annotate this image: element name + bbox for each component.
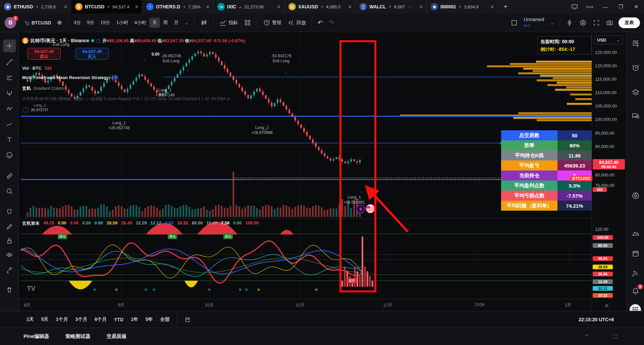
tool-eye[interactable]	[3, 249, 16, 261]
panel-collapse-icon[interactable]: ⌃	[584, 333, 589, 340]
sidebar-hotlist[interactable]	[630, 190, 642, 202]
undo-button[interactable]: ↶	[315, 17, 326, 28]
indicators-button[interactable]: 指标	[216, 17, 241, 28]
order-qty[interactable]: 0.00	[152, 52, 159, 57]
symbol-tab-000001[interactable]: ◉000001▼3,834.8✕	[427, 0, 498, 13]
symbol-legend[interactable]: ₿ 比特币/美元 · 1天 · Binance ⬡ 开=85,106.85 高=…	[22, 38, 245, 44]
tab-close-icon[interactable]: ✕	[419, 4, 423, 9]
tool-pattern[interactable]	[3, 102, 16, 115]
window-restore-button[interactable]: ❐	[613, 0, 629, 13]
templates-button[interactable]	[241, 17, 254, 28]
symbol-tab-others.d[interactable]: ◔OTHERS.D▼7.28%✕	[142, 0, 213, 13]
symbol-tab-ethusd[interactable]: ◆ETHUSD▼2,739.8✕	[0, 0, 71, 13]
window-close-button[interactable]: ✕	[629, 0, 644, 13]
tab-close-icon[interactable]: ✕	[64, 4, 67, 9]
tool-hlines[interactable]	[3, 72, 16, 84]
sidebar-calendar[interactable]	[630, 247, 642, 259]
goto-date-button[interactable]	[181, 315, 194, 325]
fullscreen-button[interactable]	[590, 17, 603, 28]
screenshot-button[interactable]	[603, 17, 616, 28]
tool-pencil[interactable]	[3, 220, 16, 233]
symbol-tab-xauusd[interactable]: ▤XAUUSD▼4,065.0✕	[284, 0, 356, 13]
symbol-search-button[interactable]: BTCUSD	[21, 18, 54, 28]
buy-button[interactable]: 84,537.40买入	[75, 48, 109, 60]
collapse-icon[interactable]: ⌃	[23, 107, 29, 112]
tool-crosshair[interactable]	[3, 40, 16, 52]
hidden-indicator-legend[interactable]: 文哥背离+科学均线+聪明钱 · 玄默——合成版 5 close Regular …	[22, 96, 230, 102]
publish-button[interactable]: 发表	[619, 17, 640, 28]
bottom-tab-交易面板[interactable]: 交易面板	[107, 333, 127, 340]
tool-ruler[interactable]	[3, 169, 16, 182]
tool-link[interactable]	[3, 263, 16, 276]
range-5天[interactable]: 5天	[38, 315, 52, 324]
range-全部[interactable]: 全部	[157, 315, 173, 324]
sidebar-ideas[interactable]	[630, 227, 642, 239]
timeframe-dropdown-icon[interactable]: ⌄	[181, 18, 192, 27]
tool-emoji[interactable]	[3, 149, 16, 161]
settings-button[interactable]	[576, 17, 590, 28]
tool-text[interactable]	[3, 133, 16, 146]
range-YTD[interactable]: YTD	[111, 315, 126, 324]
range-5年[interactable]: 5年	[143, 315, 156, 324]
tool-trash[interactable]	[3, 283, 16, 296]
sidebar-streams[interactable]	[630, 267, 642, 279]
price-scale[interactable]: USD⌄ 125,000.00120,000.00115,000.00110,0…	[592, 32, 627, 345]
symbol-tab-ixic[interactable]: ↝IXIC▲22,273.08✕	[213, 0, 284, 13]
tab-close-icon[interactable]: ✕	[206, 4, 210, 9]
layout-name-button[interactable]: Unnamed保存	[521, 15, 547, 30]
screens-icon[interactable]	[567, 0, 582, 13]
tab-close-icon[interactable]: ✕	[277, 4, 281, 9]
chart-type-button[interactable]	[197, 17, 211, 28]
range-6个月[interactable]: 6个月	[92, 315, 110, 324]
more-options-icon[interactable]: ooo	[582, 0, 598, 13]
tab-close-icon[interactable]: ✕	[490, 4, 494, 9]
tool-brush[interactable]	[3, 118, 16, 131]
sell-button[interactable]: 84,537.40卖出	[28, 48, 61, 60]
tool-trendline[interactable]	[3, 56, 16, 68]
user-avatar[interactable]: B2	[5, 17, 16, 28]
new-tab-button[interactable]: +	[498, 0, 513, 13]
timeframe-15分[interactable]: 15分	[97, 18, 113, 28]
timeframe-周[interactable]: 周	[160, 18, 171, 28]
collapse-row[interactable]: ⌃ 25.972727	[23, 107, 48, 112]
sidebar-watchlist[interactable]	[630, 38, 642, 50]
range-1天[interactable]: 1天	[23, 315, 37, 324]
gradient-colors-legend[interactable]: 玄机 Gradient Colors	[22, 85, 64, 91]
strategy-legend[interactable]: Multi Timeframe Mean Reversion Strategy …	[22, 75, 118, 80]
sidebar-chat[interactable]	[630, 110, 642, 122]
volume-legend[interactable]: Vol · BTC 181	[22, 66, 52, 71]
pane-settings-gear[interactable]: ⚙	[605, 303, 609, 308]
timeframe-5分[interactable]: 5分	[84, 18, 97, 28]
compare-button[interactable]: ⊕	[54, 17, 65, 28]
currency-toggle[interactable]: USD⌄	[594, 36, 623, 44]
range-1年[interactable]: 1年	[128, 315, 141, 324]
replay-button[interactable]: 回放	[284, 17, 309, 28]
clock-display[interactable]: 22:15:20 UTC+8	[579, 317, 614, 322]
alert-button[interactable]: 警报	[260, 17, 284, 28]
sidebar-layers[interactable]	[630, 86, 642, 98]
timeframe-4小时[interactable]: 4小时	[131, 18, 150, 28]
redo-button[interactable]: ↷	[326, 17, 337, 28]
timeframe-3分[interactable]: 3分	[71, 18, 84, 28]
sidebar-bell[interactable]: 6	[630, 285, 642, 297]
window-minimize-button[interactable]: —	[598, 0, 613, 13]
layout-button[interactable]	[507, 17, 521, 28]
indicator-legend[interactable]: 玄机资本49.250.000.000.000.0028.5926.4512.29…	[22, 220, 259, 226]
tool-zoom[interactable]	[3, 185, 16, 198]
panel-expand-icon[interactable]: ⛶	[613, 334, 617, 340]
tool-lock[interactable]	[3, 234, 16, 247]
timeframe-月[interactable]: 月	[171, 18, 181, 28]
time-axis[interactable]: 8月9月10月11月12月20262月	[19, 299, 627, 311]
range-3个月[interactable]: 3个月	[72, 315, 90, 324]
symbol-tab-btcusd[interactable]: ₿BTCUSD▼84,537.4✕	[71, 0, 142, 13]
quick-search-button[interactable]	[563, 17, 576, 28]
symbol-tab-walcl[interactable]: ▒WALCL▼6.56T-0✕	[356, 0, 427, 13]
tool-magnet[interactable]	[3, 206, 16, 218]
tab-close-icon[interactable]: ✕	[348, 4, 352, 9]
sidebar-alarm[interactable]	[630, 62, 642, 74]
tab-close-icon[interactable]: ✕	[135, 4, 139, 9]
tool-pitchfork[interactable]	[3, 87, 16, 100]
layout-dropdown-icon[interactable]: ⌄	[547, 18, 557, 27]
share-icon[interactable]: ⬡	[96, 38, 100, 44]
range-1个月[interactable]: 1个月	[53, 315, 71, 324]
